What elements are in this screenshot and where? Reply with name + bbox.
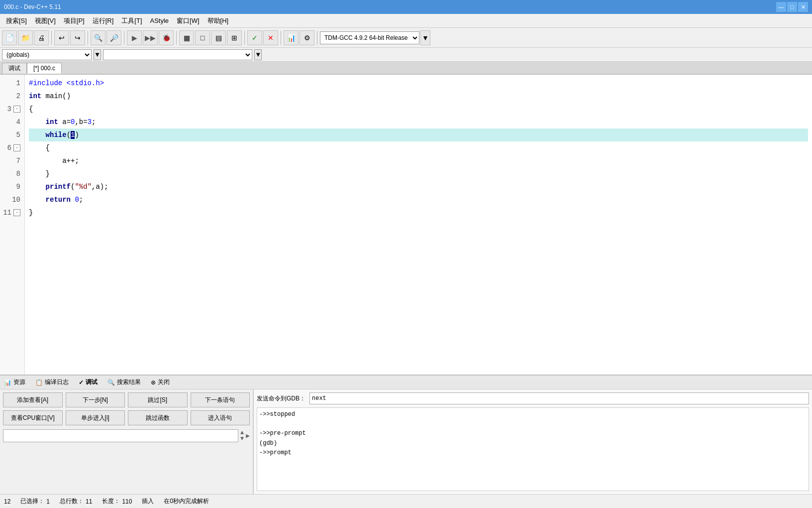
- add-watch-button[interactable]: 添加查看[A]: [3, 392, 63, 407]
- bar-chart-button[interactable]: 📊: [284, 30, 299, 45]
- bottom-tab-resource[interactable]: 📊 资源: [2, 377, 27, 387]
- replace-button[interactable]: 🔎: [106, 30, 121, 45]
- bottom-tab-compile-log[interactable]: 📋 编译日志: [33, 377, 71, 387]
- scope-right-combo[interactable]: [103, 49, 252, 60]
- editor-area: 1 2 3 - 4 5 6 - 7 8: [0, 75, 812, 375]
- menu-tools[interactable]: 工具[T]: [117, 14, 146, 27]
- undo-button[interactable]: ↩: [54, 30, 69, 45]
- status-length: 长度： 110: [102, 497, 132, 506]
- menu-search[interactable]: 搜索[S]: [2, 14, 31, 27]
- menu-view[interactable]: 视图[V]: [31, 14, 60, 27]
- print-button[interactable]: 🖨: [34, 30, 49, 45]
- status-total: 总行数： 11: [60, 497, 92, 506]
- menu-run[interactable]: 运行[R]: [89, 14, 118, 27]
- scope-left-combo[interactable]: (globals): [2, 49, 92, 60]
- code-editor[interactable]: #include <stdio.h> int main() { int a=0,…: [25, 75, 812, 375]
- status-parse: 在0秒内完成解析: [164, 497, 209, 506]
- open-button[interactable]: 📁: [18, 30, 33, 45]
- stop-button[interactable]: ✕: [263, 30, 278, 45]
- run-button[interactable]: ▶▶: [143, 30, 158, 45]
- gdb-panel: 发送命令到GDB： ->>stopped ->>pre-prompt (gdb)…: [254, 389, 812, 494]
- step-in-button[interactable]: 单步进入[i]: [66, 410, 125, 425]
- line-numbers: 1 2 3 - 4 5 6 - 7 8: [0, 75, 25, 375]
- code-line-7: a++;: [29, 154, 808, 167]
- line-num-9: 9: [0, 180, 24, 193]
- skip-button[interactable]: 跳过[S]: [128, 392, 188, 407]
- code-line-11: }: [29, 206, 808, 219]
- grid3-button[interactable]: ▤: [211, 30, 226, 45]
- code-line-5: while(1): [29, 128, 808, 141]
- toolbar-sep-3: [124, 31, 124, 45]
- line-num-10: 10: [0, 193, 24, 206]
- status-selected: 已选择： 1: [20, 497, 50, 506]
- compile-button[interactable]: ▶: [127, 30, 142, 45]
- gdb-line-1: ->>stopped: [259, 410, 807, 419]
- code-line-1: #include <stdio.h>: [29, 77, 808, 90]
- redo-button[interactable]: ↪: [70, 30, 85, 45]
- toolbar-sep-6: [281, 31, 281, 45]
- scope-left-dropdown[interactable]: ▼: [94, 49, 101, 60]
- check-button[interactable]: ✓: [247, 30, 262, 45]
- debug-input-field[interactable]: [3, 429, 238, 442]
- grid2-button[interactable]: □: [195, 30, 210, 45]
- status-bar: 12 已选择： 1 总行数： 11 长度： 110 插入 在0秒内完成解析: [0, 494, 812, 508]
- line-num-5: 5: [0, 128, 24, 141]
- bottom-tab-close[interactable]: ⊗ 关闭: [149, 377, 172, 387]
- fold-3[interactable]: -: [13, 106, 20, 113]
- gdb-header: 发送命令到GDB：: [257, 392, 809, 404]
- menu-project[interactable]: 项目[P]: [60, 14, 89, 27]
- toolbar: 📄 📁 🖨 ↩ ↪ 🔍 🔎 ▶ ▶▶ 🐞 ▦ □ ▤ ⊞ ✓ ✕ 📊 ⚙ TDM…: [0, 28, 812, 48]
- next-stmt-button[interactable]: 下一条语句: [191, 392, 250, 407]
- code-line-8: }: [29, 167, 808, 180]
- minimize-button[interactable]: —: [776, 2, 786, 12]
- code-line-2: int main(): [29, 90, 808, 103]
- debug-row-1: 添加查看[A] 下一步[N] 跳过[S] 下一条语句: [3, 392, 250, 407]
- new-button[interactable]: 📄: [2, 30, 17, 45]
- code-line-9: printf("%d",a);: [29, 180, 808, 193]
- tab-file[interactable]: [*] 000.c: [27, 63, 62, 74]
- status-line: 12: [4, 498, 10, 505]
- code-line-3: {: [29, 103, 808, 116]
- debug-scroll-arrows: ▲ ▼: [240, 430, 244, 442]
- fold-6[interactable]: -: [13, 144, 20, 151]
- next-button[interactable]: 下一步[N]: [66, 392, 125, 407]
- skip-fn-button[interactable]: 跳过函数: [128, 410, 188, 425]
- code-line-10: return 0;: [29, 193, 808, 206]
- line-num-3: 3 -: [0, 103, 24, 116]
- compiler-dropdown[interactable]: ▼: [420, 30, 430, 45]
- tab-debug[interactable]: 调试: [2, 63, 27, 74]
- scope-right-dropdown[interactable]: ▼: [254, 49, 262, 60]
- bottom-tab-search[interactable]: 🔍 搜索结果: [105, 377, 143, 387]
- gdb-line-3: ->>pre-prompt: [259, 429, 807, 438]
- gdb-line-5: ->>prompt: [259, 448, 807, 458]
- window-controls: — □ ✕: [776, 2, 808, 12]
- fold-11[interactable]: -: [13, 209, 20, 216]
- debug-button[interactable]: 🐞: [159, 30, 174, 45]
- maximize-button[interactable]: □: [787, 2, 797, 12]
- line-num-2: 2: [0, 90, 24, 103]
- debug-scroll-down[interactable]: ▼: [240, 436, 244, 442]
- code-line-4: int a=0,b=3;: [29, 116, 808, 128]
- toolbar-sep-5: [244, 31, 245, 45]
- scope-bar: (globals) ▼ ▼: [0, 48, 812, 62]
- menu-window[interactable]: 窗口[W]: [173, 14, 203, 27]
- compiler-combo[interactable]: TDM-GCC 4.9.2 64-bit Release: [320, 31, 419, 44]
- enter-stmt-button[interactable]: 进入语句: [191, 410, 250, 425]
- line-num-8: 8: [0, 167, 24, 180]
- close-button[interactable]: ✕: [798, 2, 808, 12]
- find-button[interactable]: 🔍: [91, 30, 105, 45]
- line-num-7: 7: [0, 154, 24, 167]
- grid1-button[interactable]: ▦: [179, 30, 194, 45]
- menu-astyle[interactable]: AStyle: [146, 14, 173, 27]
- debug-button-group: 添加查看[A] 下一步[N] 跳过[S] 下一条语句 查看CPU窗口[V] 单步…: [3, 392, 250, 425]
- settings-button[interactable]: ⚙: [300, 30, 314, 45]
- debug-scroll-right[interactable]: ▶: [246, 432, 250, 440]
- gdb-line-4: (gdb): [259, 439, 807, 448]
- line-num-1: 1: [0, 77, 24, 90]
- cpu-view-button[interactable]: 查看CPU窗口[V]: [3, 410, 63, 425]
- line-num-6: 6 -: [0, 141, 24, 154]
- gdb-command-input[interactable]: [309, 392, 809, 404]
- grid4-button[interactable]: ⊞: [227, 30, 242, 45]
- bottom-tab-debug[interactable]: ✓ 调试: [77, 377, 100, 387]
- menu-help[interactable]: 帮助[H]: [203, 14, 233, 27]
